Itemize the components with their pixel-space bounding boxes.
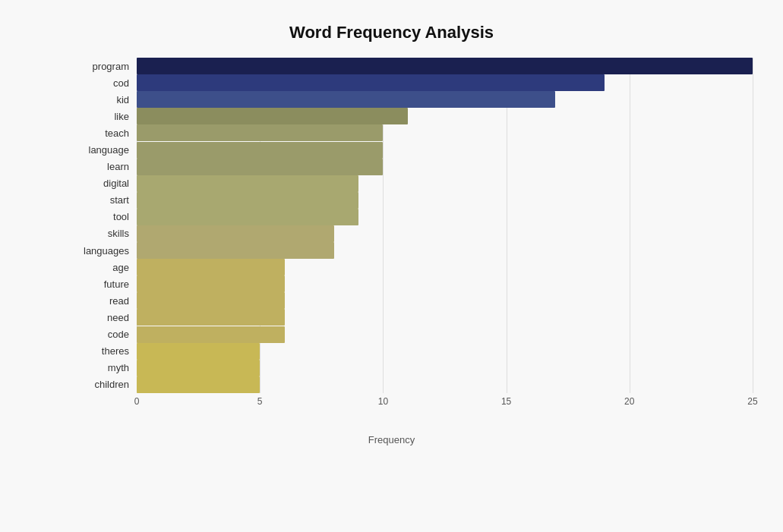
bar-row: children xyxy=(76,376,753,393)
bar xyxy=(137,124,383,141)
bar xyxy=(137,58,753,74)
bar xyxy=(137,275,285,292)
x-tick-label: 10 xyxy=(378,396,388,407)
bar-row: cod xyxy=(76,74,753,91)
bar xyxy=(137,159,383,175)
bar-track xyxy=(137,343,753,360)
bar-track xyxy=(137,376,753,393)
bar xyxy=(137,91,555,108)
bar-label: teach xyxy=(76,127,137,139)
bar-track xyxy=(137,74,753,91)
bar-label: theres xyxy=(76,345,137,357)
bar xyxy=(137,142,383,159)
bar xyxy=(137,209,358,225)
bar-track xyxy=(137,292,753,309)
x-tick-label: 5 xyxy=(257,396,263,407)
bar-track xyxy=(137,309,753,326)
grid-line xyxy=(753,58,753,393)
bar-label: like xyxy=(76,111,137,122)
bar-row: future xyxy=(76,275,753,292)
bar-row: learn xyxy=(76,159,753,175)
bar-track xyxy=(137,175,753,192)
bar-label: start xyxy=(76,194,137,206)
bar-track xyxy=(137,225,753,242)
bar-row: languages xyxy=(76,242,753,259)
bar xyxy=(137,309,285,326)
bar-track xyxy=(137,58,753,74)
bar-label: tool xyxy=(76,211,137,222)
chart-container: Word Frequency Analysis programcodkidlik… xyxy=(0,0,783,532)
bar-track xyxy=(137,141,753,158)
bar xyxy=(137,225,334,242)
bar-label: cod xyxy=(76,77,137,89)
bar-row: tool xyxy=(76,209,753,225)
x-tick-label: 0 xyxy=(134,396,140,407)
bar xyxy=(137,74,605,91)
bar-track xyxy=(137,326,753,343)
bar-label: read xyxy=(76,295,137,307)
x-axis: 0510152025 xyxy=(137,396,753,411)
bar-label: future xyxy=(76,279,137,290)
bar xyxy=(137,376,260,393)
bar-label: age xyxy=(76,262,137,273)
bar-track xyxy=(137,259,753,275)
bar-track xyxy=(137,209,753,225)
bar-label: myth xyxy=(76,362,137,373)
bar-row: start xyxy=(76,192,753,209)
bar-label: learn xyxy=(76,161,137,172)
bar-track xyxy=(137,91,753,108)
bar-row: read xyxy=(76,292,753,309)
bar xyxy=(137,360,260,376)
bar-track xyxy=(137,275,753,292)
bar xyxy=(137,192,358,209)
chart-area: programcodkidliketeachlanguagelearndigit… xyxy=(76,58,753,445)
bar-row: theres xyxy=(76,343,753,360)
bar-label: digital xyxy=(76,178,137,189)
bar xyxy=(137,343,260,360)
bar-label: program xyxy=(76,61,137,72)
bar-track xyxy=(137,360,753,376)
bar xyxy=(137,175,358,192)
bar xyxy=(137,108,408,124)
bar-row: age xyxy=(76,259,753,275)
x-tick-label: 15 xyxy=(501,396,511,407)
bar-track xyxy=(137,192,753,209)
bar-label: code xyxy=(76,329,137,340)
bar xyxy=(137,242,334,259)
bars-wrapper: programcodkidliketeachlanguagelearndigit… xyxy=(76,58,753,393)
x-tick-label: 20 xyxy=(624,396,634,407)
bar xyxy=(137,326,285,343)
bar-label: language xyxy=(76,144,137,156)
bar-row: skills xyxy=(76,225,753,242)
bar-track xyxy=(137,242,753,259)
x-axis-label: Frequency xyxy=(30,434,753,445)
bar-label: kid xyxy=(76,94,137,105)
bar-row: program xyxy=(76,58,753,74)
bar-row: myth xyxy=(76,360,753,376)
bar-row: language xyxy=(76,141,753,158)
bar-row: kid xyxy=(76,91,753,108)
bar-row: teach xyxy=(76,124,753,141)
bar xyxy=(137,292,285,309)
bar xyxy=(137,259,285,275)
bar-label: languages xyxy=(76,245,137,257)
bar-track xyxy=(137,159,753,175)
bar-row: digital xyxy=(76,175,753,192)
bar-row: code xyxy=(76,326,753,343)
x-tick-label: 25 xyxy=(747,396,757,407)
bar-label: need xyxy=(76,312,137,323)
bar-label: children xyxy=(76,379,137,390)
bar-row: need xyxy=(76,309,753,326)
chart-title: Word Frequency Analysis xyxy=(30,23,753,42)
bar-track xyxy=(137,108,753,124)
bar-track xyxy=(137,124,753,141)
bar-row: like xyxy=(76,108,753,124)
bar-label: skills xyxy=(76,228,137,239)
